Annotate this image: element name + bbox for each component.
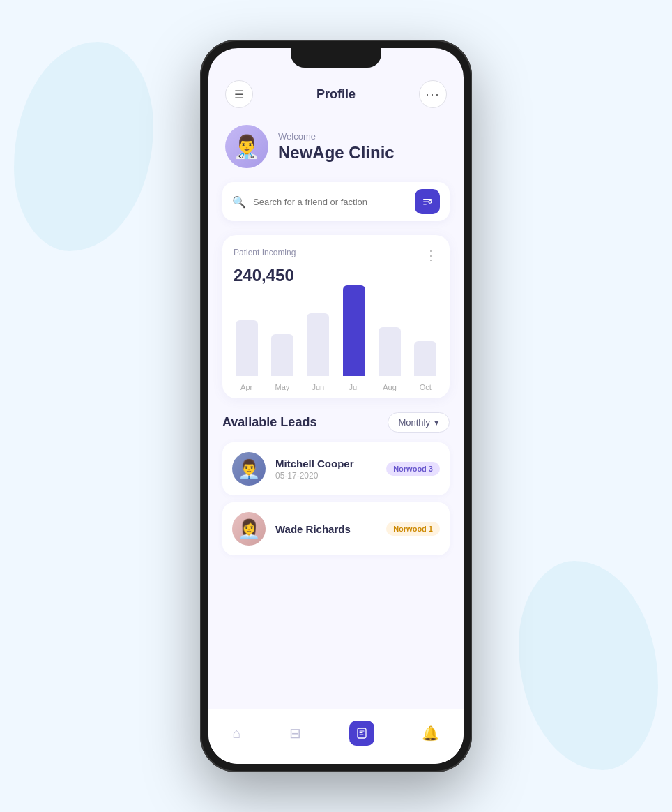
avatar-image: 👨‍⚕️ <box>233 133 261 160</box>
lead-cards-container: 👨‍💼Mitchell Cooper05-17-2020Norwood 3👩‍💼… <box>222 442 450 555</box>
welcome-label: Welcome <box>278 131 395 142</box>
bell-icon: 🔔 <box>422 725 439 742</box>
header: ☰ Profile ··· <box>208 73 464 119</box>
hamburger-icon: ☰ <box>234 88 244 101</box>
blob-bottomright <box>519 561 658 770</box>
svg-rect-0 <box>423 199 432 200</box>
more-icon: ··· <box>425 87 440 102</box>
svg-rect-5 <box>359 731 364 732</box>
menu-button[interactable]: ☰ <box>225 80 253 108</box>
bar-col: May <box>269 334 295 391</box>
lead-badge: Norwood 3 <box>386 462 440 476</box>
chart-value: 240,450 <box>234 266 438 285</box>
bar-col: Oct <box>413 341 438 391</box>
nav-item-appointments[interactable]: ⊟ <box>278 721 312 746</box>
leads-title: Avaliable Leads <box>222 415 316 430</box>
bar-jul <box>343 285 365 376</box>
bar-month-label: Jul <box>349 383 359 391</box>
screen-content: ☰ Profile ··· 👨‍⚕️ Welcome NewAge Clinic <box>208 48 464 709</box>
svg-point-3 <box>429 200 432 203</box>
phone-screen: ☰ Profile ··· 👨‍⚕️ Welcome NewAge Clinic <box>208 48 464 764</box>
lead-date: 05-17-2020 <box>275 471 376 481</box>
bar-may <box>271 334 293 376</box>
filter-icon <box>422 196 433 207</box>
bar-aug <box>379 327 401 376</box>
bar-col: Aug <box>376 327 402 391</box>
chart-card: Patient Incoming ⋮ 240,450 AprMayJunJulA… <box>222 235 450 398</box>
chart-more-icon: ⋮ <box>425 248 438 263</box>
svg-rect-2 <box>423 204 427 205</box>
blob-topleft <box>14 42 153 251</box>
lead-card[interactable]: 👨‍💼Mitchell Cooper05-17-2020Norwood 3 <box>222 442 450 495</box>
monthly-filter-button[interactable]: Monthly ▾ <box>388 412 450 433</box>
lead-info: Mitchell Cooper05-17-2020 <box>275 458 376 481</box>
filter-button[interactable] <box>415 189 440 214</box>
bar-month-label: Aug <box>383 383 397 391</box>
bar-col: Apr <box>234 320 259 391</box>
search-bar: 🔍 <box>222 182 450 221</box>
nav-item-notifications[interactable]: 🔔 <box>411 721 450 746</box>
search-input[interactable] <box>253 197 408 207</box>
nav-item-notes[interactable] <box>338 716 385 750</box>
search-icon: 🔍 <box>232 195 246 209</box>
monthly-label: Monthly <box>398 417 430 428</box>
clinic-name: NewAge Clinic <box>278 143 395 163</box>
leads-header: Avaliable Leads Monthly ▾ <box>222 412 450 433</box>
bar-jun <box>307 313 329 376</box>
leads-section: Avaliable Leads Monthly ▾ 👨‍💼Mitchell Co… <box>208 412 464 569</box>
lead-card[interactable]: 👩‍💼Wade RichardsNorwood 1 <box>222 502 450 555</box>
bar-col: Jul <box>341 285 367 391</box>
bar-apr <box>236 320 258 376</box>
bar-chart: AprMayJunJulAugOct <box>234 294 438 391</box>
page-title: Profile <box>316 87 356 102</box>
more-button[interactable]: ··· <box>419 80 447 108</box>
bar-month-label: May <box>275 383 290 391</box>
home-icon: ⌂ <box>232 725 240 742</box>
bar-oct <box>414 341 436 376</box>
chart-label: Patient Incoming <box>234 248 296 257</box>
bar-col: Jun <box>305 313 331 391</box>
lead-name: Wade Richards <box>275 523 376 535</box>
phone-notch <box>291 48 381 68</box>
svg-rect-1 <box>423 202 429 203</box>
chevron-down-icon: ▾ <box>434 417 439 428</box>
phone-frame: ☰ Profile ··· 👨‍⚕️ Welcome NewAge Clinic <box>200 40 472 772</box>
bar-month-label: Apr <box>240 383 252 391</box>
lead-name: Mitchell Cooper <box>275 458 376 469</box>
calendar-icon: ⊟ <box>289 725 301 742</box>
notes-icon-active <box>349 721 374 746</box>
chart-header: Patient Incoming ⋮ <box>234 248 438 263</box>
svg-rect-6 <box>359 732 362 733</box>
bar-month-label: Oct <box>420 383 432 391</box>
scene: ☰ Profile ··· 👨‍⚕️ Welcome NewAge Clinic <box>0 0 672 812</box>
lead-badge: Norwood 1 <box>386 522 440 536</box>
svg-rect-7 <box>359 735 363 735</box>
nav-item-home[interactable]: ⌂ <box>221 721 252 746</box>
bar-month-label: Jun <box>312 383 324 391</box>
lead-info: Wade Richards <box>275 523 376 535</box>
bottom-nav: ⌂ ⊟ 🔔 <box>208 709 464 764</box>
welcome-text: Welcome NewAge Clinic <box>278 131 395 163</box>
avatar: 👨‍⚕️ <box>225 125 268 168</box>
lead-avatar: 👩‍💼 <box>232 512 266 546</box>
lead-avatar: 👨‍💼 <box>232 452 266 486</box>
welcome-section: 👨‍⚕️ Welcome NewAge Clinic <box>208 119 464 182</box>
